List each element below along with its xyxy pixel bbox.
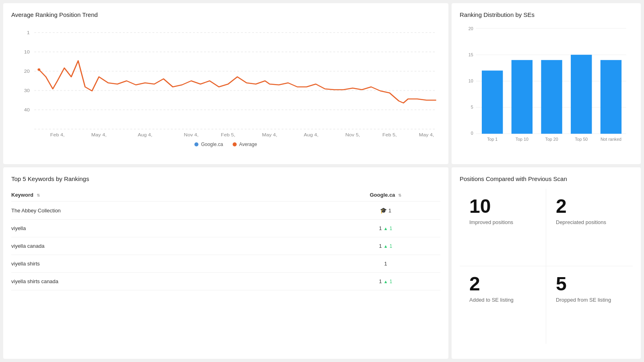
svg-text:15: 15 — [469, 52, 473, 57]
col-google[interactable]: Google.ca ⇅ — [336, 189, 440, 202]
legend-google-label: Google.ca — [201, 142, 223, 147]
arrow-up-icon: ▲ — [384, 244, 388, 249]
svg-text:2022: 2022 — [223, 137, 234, 137]
svg-text:Top 50: Top 50 — [575, 137, 588, 142]
svg-text:1: 1 — [27, 30, 30, 35]
svg-text:2023: 2023 — [384, 137, 395, 137]
table-row: The Abbey Collection🎓 1 — [11, 202, 440, 220]
positions-panel: Positions Compared with Previous Scan 10… — [452, 167, 641, 359]
rank-cell: 1 ▲ 1 — [336, 220, 440, 237]
position-number: 2 — [556, 197, 623, 216]
rank-change-value: 1 — [390, 243, 392, 249]
positions-grid: 10Improved positions2Depreciated positio… — [460, 189, 633, 344]
keywords-title: Top 5 Keywords by Rankings — [11, 175, 440, 182]
svg-text:2022: 2022 — [347, 137, 358, 137]
line-chart-svg: .grid-line { stroke: #ddd; stroke-width:… — [11, 25, 440, 137]
svg-text:20: 20 — [469, 26, 473, 31]
keyword-cell: viyella canada — [11, 237, 336, 255]
positions-title: Positions Compared with Previous Scan — [460, 175, 633, 182]
svg-text:10: 10 — [469, 78, 473, 83]
graduation-icon: 🎓 — [380, 207, 387, 214]
keyword-cell: The Abbey Collection — [11, 202, 336, 220]
svg-text:40: 40 — [24, 107, 30, 113]
svg-text:10: 10 — [24, 49, 30, 55]
svg-text:Top 10: Top 10 — [516, 137, 528, 142]
rank-cell: 1 ▲ 1 — [336, 273, 440, 290]
svg-text:2021: 2021 — [139, 137, 151, 137]
ranking-distribution-panel: Ranking Distribution by SEs .bar-label {… — [452, 3, 641, 164]
svg-text:2022: 2022 — [264, 137, 275, 137]
rank-value: 1 — [379, 225, 382, 231]
svg-text:2021: 2021 — [93, 137, 105, 137]
chart-legend: Google.ca Average — [11, 142, 440, 147]
svg-text:2022: 2022 — [305, 137, 317, 137]
legend-average: Average — [233, 142, 257, 147]
keyword-cell: viyella — [11, 220, 336, 237]
position-number: 5 — [556, 274, 623, 294]
table-row: viyella shirts1 — [11, 255, 440, 273]
rank-cell: 🎓 1 — [336, 202, 440, 220]
bar-chart-svg: .bar-label { font-size: 11px; fill: #888… — [460, 25, 633, 153]
position-number: 10 — [469, 197, 536, 216]
rank-value: 1 — [379, 243, 382, 249]
position-cell: 5Dropped from SE listing — [546, 266, 633, 344]
position-label: Dropped from SE listing — [556, 297, 623, 303]
svg-text:0: 0 — [471, 131, 473, 136]
rank-change-value: 1 — [390, 279, 392, 284]
svg-text:Top 20: Top 20 — [545, 137, 558, 142]
avg-ranking-title: Average Ranking Position Trend — [11, 11, 440, 18]
svg-point-31 — [37, 68, 40, 71]
svg-text:2021: 2021 — [52, 137, 63, 137]
bar-top50 — [571, 55, 592, 134]
keyword-sort-icon[interactable]: ⇅ — [37, 193, 40, 197]
position-cell: 2Added to SE listing — [460, 266, 546, 344]
rank-value: 1 — [379, 278, 382, 284]
rank-value: 1 — [384, 261, 387, 267]
table-row: viyella shirts canada1 ▲ 1 — [11, 273, 440, 290]
table-row: viyella1 ▲ 1 — [11, 220, 440, 237]
keywords-panel: Top 5 Keywords by Rankings Keyword ⇅ Goo… — [3, 167, 448, 359]
legend-google: Google.ca — [194, 142, 223, 147]
bar-top20 — [541, 60, 562, 134]
keywords-table: Keyword ⇅ Google.ca ⇅ The Abbey Collecti… — [11, 189, 440, 290]
avg-ranking-panel: Average Ranking Position Trend .grid-lin… — [3, 3, 448, 164]
table-row: viyella canada1 ▲ 1 — [11, 237, 440, 255]
svg-text:20: 20 — [24, 69, 30, 74]
bar-top1 — [482, 70, 503, 134]
google-dot — [194, 142, 198, 146]
svg-text:Top 1: Top 1 — [487, 137, 497, 142]
svg-text:2021: 2021 — [186, 137, 197, 137]
svg-text:Not ranked: Not ranked — [601, 137, 621, 142]
svg-text:5: 5 — [471, 105, 473, 109]
rank-cell: 1 ▲ 1 — [336, 237, 440, 255]
arrow-up-icon: ▲ — [384, 279, 388, 284]
line-chart-container: .grid-line { stroke: #ddd; stroke-width:… — [11, 25, 440, 149]
rank-change-value: 1 — [390, 226, 392, 231]
google-sort-icon[interactable]: ⇅ — [398, 193, 401, 197]
average-dot — [233, 142, 237, 146]
rank-cell: 1 — [336, 255, 440, 273]
position-cell: 2Depreciated positions — [546, 189, 633, 266]
bar-chart-area: .bar-label { font-size: 11px; fill: #888… — [460, 25, 633, 153]
bar-top10 — [512, 60, 533, 134]
position-label: Depreciated positions — [556, 219, 623, 225]
rank-value: 1 — [388, 208, 391, 214]
keyword-cell: viyella shirts canada — [11, 273, 336, 290]
col-keyword[interactable]: Keyword ⇅ — [11, 189, 336, 202]
dashboard: Average Ranking Position Trend .grid-lin… — [0, 0, 644, 362]
bar-not-ranked — [601, 60, 621, 134]
ranking-distribution-title: Ranking Distribution by SEs — [460, 11, 633, 18]
legend-average-label: Average — [239, 142, 257, 147]
svg-text:2023: 2023 — [421, 137, 432, 137]
position-label: Improved positions — [469, 219, 536, 225]
arrow-up-icon: ▲ — [384, 226, 388, 231]
position-number: 2 — [469, 274, 536, 294]
svg-text:30: 30 — [24, 88, 30, 93]
keyword-cell: viyella shirts — [11, 255, 336, 273]
position-label: Added to SE listing — [469, 297, 536, 303]
position-cell: 10Improved positions — [460, 189, 546, 266]
